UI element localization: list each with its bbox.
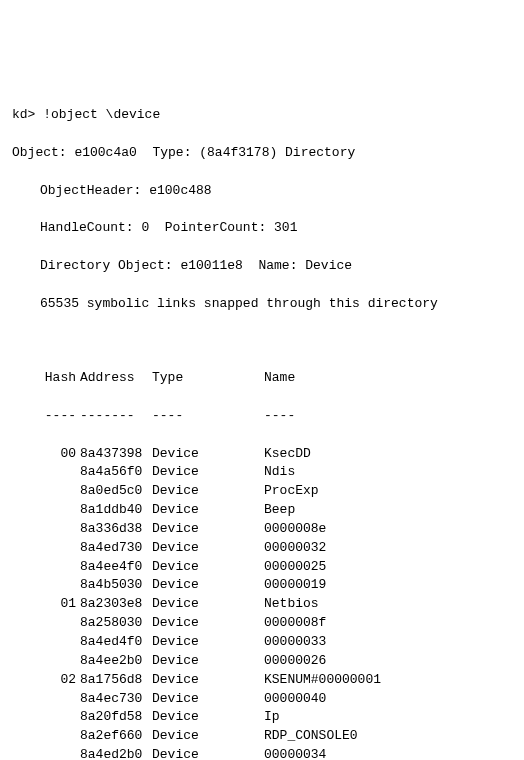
cell-type: Device	[152, 482, 264, 501]
symbolic-links-line: 65535 symbolic links snapped through thi…	[12, 295, 512, 314]
cell-type: Device	[152, 746, 264, 760]
cell-hash	[40, 463, 80, 482]
table-row: 8a336d38Device0000008e	[40, 520, 512, 539]
table-row: 8a4ee4f0Device00000025	[40, 558, 512, 577]
cell-name: 00000032	[264, 539, 512, 558]
divider-type: ----	[152, 407, 264, 426]
cell-hash	[40, 539, 80, 558]
table-divider-row: -------------------	[40, 407, 512, 426]
cell-name: RDP_CONSOLE0	[264, 727, 512, 746]
cell-address: 8a1756d8	[80, 671, 152, 690]
cell-hash: 00	[40, 445, 80, 464]
divider-name: ----	[264, 407, 512, 426]
cell-hash	[40, 746, 80, 760]
cell-type: Device	[152, 614, 264, 633]
table-row: 8a4b5030Device00000019	[40, 576, 512, 595]
cell-type: Device	[152, 671, 264, 690]
table-row: 8a4ed4f0Device00000033	[40, 633, 512, 652]
divider-address: -------	[80, 407, 152, 426]
cell-hash	[40, 690, 80, 709]
table-row: 018a2303e8DeviceNetbios	[40, 595, 512, 614]
cell-type: Device	[152, 445, 264, 464]
table-row: 008a437398DeviceKsecDD	[40, 445, 512, 464]
cell-hash	[40, 482, 80, 501]
cell-name: 0000008e	[264, 520, 512, 539]
cell-address: 8a20fd58	[80, 708, 152, 727]
cell-address: 8a258030	[80, 614, 152, 633]
cell-name: ProcExp	[264, 482, 512, 501]
cell-type: Device	[152, 652, 264, 671]
table-row: 8a2ef660DeviceRDP_CONSOLE0	[40, 727, 512, 746]
cell-hash	[40, 633, 80, 652]
cell-type: Device	[152, 727, 264, 746]
prompt-line: kd> !object \device	[12, 106, 512, 125]
cell-type: Device	[152, 576, 264, 595]
cell-address: 8a4ed4f0	[80, 633, 152, 652]
cell-name: Ip	[264, 708, 512, 727]
cell-name: KsecDD	[264, 445, 512, 464]
cell-address: 8a4ee4f0	[80, 558, 152, 577]
table-row: 8a4ed2b0Device00000034	[40, 746, 512, 760]
debugger-output: kd> !object \device Object: e100c4a0 Typ…	[12, 87, 512, 760]
cell-hash	[40, 558, 80, 577]
cell-name: 00000033	[264, 633, 512, 652]
cell-hash	[40, 520, 80, 539]
cell-name: 0000008f	[264, 614, 512, 633]
cell-address: 8a2303e8	[80, 595, 152, 614]
cell-hash	[40, 576, 80, 595]
cell-type: Device	[152, 558, 264, 577]
object-table: HashAddressTypeName ------------------- …	[12, 350, 512, 760]
col-header-type: Type	[152, 369, 264, 388]
table-header-row: HashAddressTypeName	[40, 369, 512, 388]
cell-type: Device	[152, 708, 264, 727]
cell-hash: 02	[40, 671, 80, 690]
table-row: 8a0ed5c0DeviceProcExp	[40, 482, 512, 501]
cell-type: Device	[152, 501, 264, 520]
cell-address: 8a4ec730	[80, 690, 152, 709]
cell-hash	[40, 501, 80, 520]
object-info-line: Object: e100c4a0 Type: (8a4f3178) Direct…	[12, 144, 512, 163]
cell-hash	[40, 708, 80, 727]
cell-name: 00000040	[264, 690, 512, 709]
table-row: 8a258030Device0000008f	[40, 614, 512, 633]
col-header-hash: Hash	[40, 369, 80, 388]
divider-hash: ----	[40, 407, 80, 426]
table-row: 8a4ee2b0Device00000026	[40, 652, 512, 671]
cell-hash	[40, 614, 80, 633]
cell-address: 8a4ed2b0	[80, 746, 152, 760]
table-row: 8a20fd58DeviceIp	[40, 708, 512, 727]
cell-name: 00000019	[264, 576, 512, 595]
cell-address: 8a4ee2b0	[80, 652, 152, 671]
cell-type: Device	[152, 633, 264, 652]
directory-object-line: Directory Object: e10011e8 Name: Device	[12, 257, 512, 276]
cell-name: Ndis	[264, 463, 512, 482]
cell-hash: 01	[40, 595, 80, 614]
cell-type: Device	[152, 595, 264, 614]
cell-name: 00000034	[264, 746, 512, 760]
cell-type: Device	[152, 520, 264, 539]
cell-address: 8a2ef660	[80, 727, 152, 746]
cell-name: 00000025	[264, 558, 512, 577]
table-row: 8a1ddb40DeviceBeep	[40, 501, 512, 520]
table-row: 028a1756d8DeviceKSENUM#00000001	[40, 671, 512, 690]
cell-address: 8a0ed5c0	[80, 482, 152, 501]
cell-address: 8a4ed730	[80, 539, 152, 558]
table-body: 008a437398DeviceKsecDD8a4a56f0DeviceNdis…	[40, 445, 512, 760]
table-row: 8a4ec730Device00000040	[40, 690, 512, 709]
cell-type: Device	[152, 539, 264, 558]
cell-name: Netbios	[264, 595, 512, 614]
col-header-name: Name	[264, 369, 512, 388]
cell-type: Device	[152, 690, 264, 709]
cell-name: 00000026	[264, 652, 512, 671]
table-row: 8a4a56f0DeviceNdis	[40, 463, 512, 482]
cell-hash	[40, 652, 80, 671]
cell-name: Beep	[264, 501, 512, 520]
cell-name: KSENUM#00000001	[264, 671, 512, 690]
cell-address: 8a4a56f0	[80, 463, 152, 482]
table-row: 8a4ed730Device00000032	[40, 539, 512, 558]
object-header-line: ObjectHeader: e100c488	[12, 182, 512, 201]
col-header-address: Address	[80, 369, 152, 388]
handle-count-line: HandleCount: 0 PointerCount: 301	[12, 219, 512, 238]
cell-address: 8a336d38	[80, 520, 152, 539]
cell-hash	[40, 727, 80, 746]
